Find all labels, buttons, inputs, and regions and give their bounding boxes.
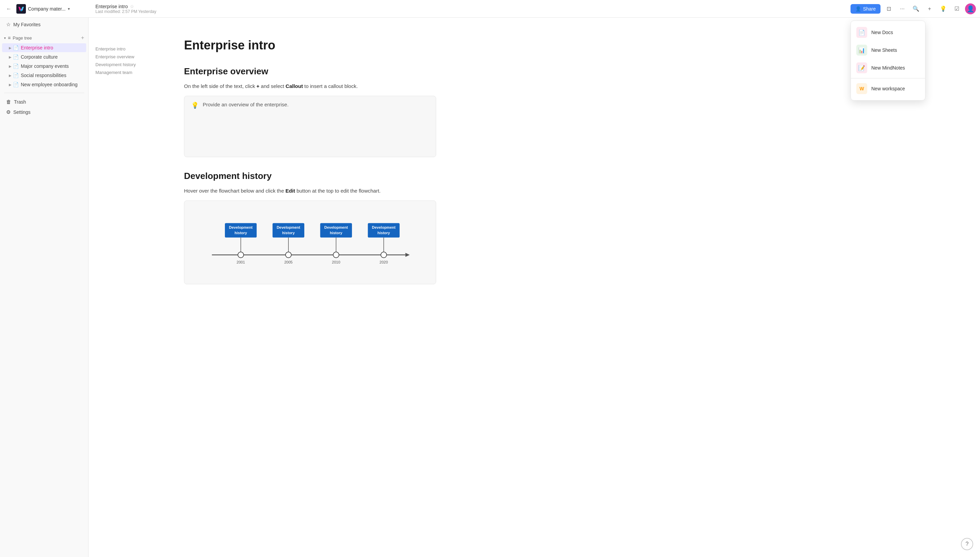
settings-label: Settings bbox=[13, 109, 82, 115]
logo-icon bbox=[16, 4, 26, 14]
svg-text:Development: Development bbox=[372, 225, 396, 230]
svg-text:2010: 2010 bbox=[332, 260, 340, 264]
add-page-button[interactable]: + bbox=[81, 35, 84, 41]
svg-point-25 bbox=[381, 252, 387, 258]
new-mindnotes-icon: 📝 bbox=[856, 62, 867, 73]
share-label: Share bbox=[863, 6, 876, 11]
svg-text:Development: Development bbox=[229, 225, 252, 230]
svg-rect-0 bbox=[16, 4, 26, 14]
doc-title-row: Enterprise intro ☆ bbox=[96, 4, 848, 9]
tree-item-new-employee-onboarding[interactable]: ▶ 📄 New employee onboarding bbox=[2, 80, 86, 89]
new-mindnotes-label: New MindNotes bbox=[871, 65, 905, 70]
dropdown-item-new-docs[interactable]: 📄 New Docs bbox=[851, 23, 925, 41]
page-label: Major company events bbox=[21, 64, 82, 69]
page-icon: 📄 bbox=[13, 82, 19, 87]
page-label: New employee onboarding bbox=[21, 82, 82, 87]
expand-icon: ▶ bbox=[9, 73, 11, 77]
new-docs-icon: 📄 bbox=[856, 27, 867, 38]
page-label: Corporate culture bbox=[21, 54, 82, 60]
more-options-button[interactable]: ··· bbox=[897, 3, 908, 14]
content-area: Enterprise intro Enterprise overview Dev… bbox=[89, 18, 980, 557]
expand-icon: ▶ bbox=[9, 46, 11, 50]
add-button[interactable]: + bbox=[924, 3, 935, 14]
share-icon: 👤 bbox=[855, 6, 861, 11]
trash-settings-section: 🗑 Trash ⚙ Settings bbox=[0, 95, 88, 119]
doc-title: Enterprise intro bbox=[96, 4, 128, 9]
logo[interactable]: Company mater... ▾ bbox=[16, 4, 70, 14]
lightbulb-button[interactable]: 💡 bbox=[938, 3, 949, 14]
svg-text:Development: Development bbox=[324, 225, 348, 230]
timeline-chart: Development history 2001 Development his… bbox=[195, 214, 426, 272]
page-icon: 📄 bbox=[13, 54, 19, 60]
sidebar-divider bbox=[4, 93, 84, 93]
svg-text:Development: Development bbox=[277, 225, 300, 230]
svg-marker-2 bbox=[405, 253, 410, 257]
section1-paragraph: On the left side of the text, click + an… bbox=[184, 82, 436, 90]
document: Enterprise intro Enterprise overview On … bbox=[157, 18, 463, 557]
new-docs-label: New Docs bbox=[871, 30, 893, 35]
workspace-name: Company mater... bbox=[28, 6, 66, 11]
page-tree-header[interactable]: ▾ ≡ Page tree + bbox=[0, 33, 88, 43]
tree-item-major-company-events[interactable]: ▶ 📄 Major company events bbox=[2, 62, 86, 70]
sidebar-item-settings[interactable]: ⚙ Settings bbox=[2, 107, 86, 117]
page-label: Social responsibilities bbox=[21, 73, 82, 78]
svg-text:history: history bbox=[377, 231, 390, 235]
toc-item-3[interactable]: Management team bbox=[96, 68, 150, 77]
main-layout: ☆ My Favorites ▾ ≡ Page tree + ▶ 📄 Enter… bbox=[0, 18, 980, 557]
toc-item-2[interactable]: Development history bbox=[96, 61, 150, 68]
tree-item-enterprise-intro[interactable]: ▶ 📄 Enterprise intro bbox=[2, 43, 86, 52]
share-button[interactable]: 👤 Share bbox=[850, 4, 881, 14]
section1-heading: Enterprise overview bbox=[184, 66, 436, 77]
svg-text:2001: 2001 bbox=[236, 260, 245, 264]
toc-item-1[interactable]: Enterprise overview bbox=[96, 53, 150, 61]
header-right: 👤 Share ⊡ ··· 🔍 + 💡 ☑ 👤 bbox=[850, 3, 976, 14]
callout-text: Provide an overview of the enterprise. bbox=[203, 102, 289, 107]
doc-main-title: Enterprise intro bbox=[184, 38, 436, 52]
dropdown-item-new-workspace[interactable]: W New workspace bbox=[851, 80, 925, 98]
back-button[interactable]: ← bbox=[4, 4, 14, 14]
trash-label: Trash bbox=[14, 99, 82, 105]
search-button[interactable]: 🔍 bbox=[910, 3, 921, 14]
new-sheets-label: New Sheets bbox=[871, 47, 897, 53]
expand-icon: ▶ bbox=[9, 64, 11, 68]
settings-icon: ⚙ bbox=[6, 109, 11, 115]
page-tree-label: Page tree bbox=[13, 36, 81, 41]
toc-item-0[interactable]: Enterprise intro bbox=[96, 45, 150, 53]
page-icon: 📄 bbox=[13, 64, 19, 69]
callout-block: 💡 Provide an overview of the enterprise. bbox=[184, 96, 436, 157]
tree-item-social-responsibilities[interactable]: ▶ 📄 Social responsibilities bbox=[2, 71, 86, 80]
new-workspace-icon: W bbox=[856, 83, 867, 94]
toc-panel: Enterprise intro Enterprise overview Dev… bbox=[89, 18, 157, 557]
new-sheets-icon: 📊 bbox=[856, 45, 867, 55]
dropdown-item-new-mindnotes[interactable]: 📝 New MindNotes bbox=[851, 59, 925, 77]
help-icon: ? bbox=[966, 541, 969, 547]
svg-text:2020: 2020 bbox=[380, 260, 388, 264]
chevron-down-icon: ▾ bbox=[68, 7, 70, 11]
trash-icon: 🗑 bbox=[6, 99, 11, 105]
svg-point-7 bbox=[238, 252, 244, 258]
tree-item-corporate-culture[interactable]: ▶ 📄 Corporate culture bbox=[2, 52, 86, 61]
toolbar-button-1[interactable]: ⊡ bbox=[883, 3, 894, 14]
sidebar-item-trash[interactable]: 🗑 Trash bbox=[2, 97, 86, 107]
sidebar-item-favorites[interactable]: ☆ My Favorites bbox=[2, 20, 86, 30]
sidebar: ☆ My Favorites ▾ ≡ Page tree + ▶ 📄 Enter… bbox=[0, 18, 89, 557]
section2-heading: Development history bbox=[184, 171, 436, 181]
expand-icon: ▶ bbox=[9, 83, 11, 86]
avatar[interactable]: 👤 bbox=[965, 3, 976, 14]
star-icon[interactable]: ☆ bbox=[130, 4, 134, 9]
favorites-section: ☆ My Favorites bbox=[0, 18, 88, 31]
svg-text:2005: 2005 bbox=[284, 260, 293, 264]
dropdown-item-new-sheets[interactable]: 📊 New Sheets bbox=[851, 41, 925, 59]
header-center: Enterprise intro ☆ Last modified: 2:57 P… bbox=[96, 4, 848, 14]
timeline-container: Development history 2001 Development his… bbox=[184, 200, 436, 284]
svg-point-13 bbox=[286, 252, 291, 258]
help-button[interactable]: ? bbox=[961, 538, 973, 550]
checklist-button[interactable]: ☑ bbox=[951, 3, 962, 14]
header: ← Company mater... ▾ Enterprise intro ☆ … bbox=[0, 0, 980, 18]
favorites-label: My Favorites bbox=[13, 22, 82, 27]
star-icon: ☆ bbox=[6, 21, 11, 28]
header-left: ← Company mater... ▾ bbox=[4, 4, 93, 14]
dropdown-divider bbox=[851, 78, 925, 78]
page-tree-icon: ≡ bbox=[8, 35, 11, 41]
page-label: Enterprise intro bbox=[21, 45, 82, 50]
